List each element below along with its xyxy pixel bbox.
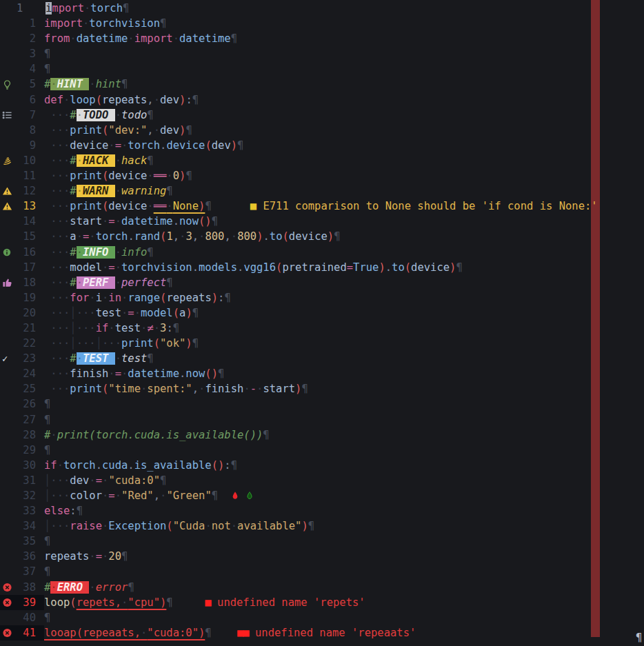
gutter-padding	[36, 199, 44, 214]
gutter-padding	[36, 260, 44, 275]
code-text[interactable]: ···print(device·══·0)¶	[44, 168, 192, 183]
code-line[interactable]: 36repeats·=·20¶	[0, 549, 644, 564]
code-line[interactable]: 37¶	[0, 564, 644, 579]
code-text[interactable]: import·torch¶	[46, 1, 129, 16]
code-line[interactable]: 18 ···#·PERF ·perfect¶	[0, 275, 644, 290]
code-line[interactable]: 5#·HINT ·hint¶	[0, 77, 644, 92]
token: ···	[44, 154, 70, 167]
code-line[interactable]: 19 ···for·i·in·range(repeats):¶	[0, 290, 644, 305]
code-line[interactable]: 13 ···print(device·══·None)¶ ■ E711 comp…	[0, 199, 644, 214]
code-line[interactable]: 12 ···#·WARN ·warning¶	[0, 183, 644, 199]
code-line[interactable]: 28#·print(torch.cuda.is_available())¶	[0, 427, 644, 443]
code-text[interactable]: ¶	[44, 46, 50, 61]
code-text[interactable]: ···finish·=·datetime.now()¶	[44, 366, 224, 381]
code-text[interactable]: loop(repets,·"cpu")¶ ■ undefined name 'r…	[44, 595, 365, 610]
code-text[interactable]: ¶	[44, 396, 50, 412]
code-line[interactable]: 1import·torch¶	[0, 1, 644, 16]
token: ·	[89, 78, 95, 90]
code-text[interactable]: ···print("dev:",·dev)¶	[44, 123, 192, 138]
code-line[interactable]: 17 ···model·=·torchvision.models.vgg16(p…	[0, 260, 644, 275]
token: ══	[154, 200, 167, 212]
code-text[interactable]: ¶	[44, 564, 50, 579]
line-number: 25	[15, 381, 36, 396]
code-line[interactable]: 22 ···│···│···print("ok")¶	[0, 336, 644, 351]
code-line[interactable]: 30if·torch.cuda.is_available():¶	[0, 458, 644, 473]
code-text[interactable]: #·ERRO ·error¶	[44, 580, 134, 595]
token: print	[121, 337, 154, 350]
code-line[interactable]: 26¶	[0, 396, 644, 412]
sign-column	[0, 427, 15, 443]
code-text[interactable]: │···color·=·"Red",·"Green"¶	[44, 488, 254, 503]
code-line[interactable]: 1import·torchvision¶	[0, 16, 644, 31]
code-text[interactable]: ···│···test·=·model(a)¶	[44, 305, 199, 321]
code-line[interactable]: 10 ···#·HACK ·hack¶	[0, 153, 644, 168]
code-text[interactable]: repeats·=·20¶	[44, 549, 128, 564]
code-line[interactable]: 39loop(repets,·"cpu")¶ ■ undefined name …	[0, 595, 644, 610]
code-line[interactable]: 7 ···#·TODO ·todo¶	[0, 108, 644, 123]
code-line[interactable]: 29¶	[0, 443, 644, 458]
token: =	[108, 215, 114, 228]
code-text[interactable]: import·torchvision¶	[44, 16, 166, 31]
code-text[interactable]: ···#·HACK ·hack¶	[44, 153, 154, 168]
code-line[interactable]: 27¶	[0, 412, 644, 427]
code-line[interactable]: 9 ···device·=·torch.device(dev)¶	[0, 138, 644, 153]
code-text[interactable]: ···#·TEST ·test¶	[44, 351, 154, 366]
line-number: 1	[15, 16, 36, 31]
gutter-padding	[36, 275, 44, 290]
code-line[interactable]: 2from·datetime·import·datetime¶	[0, 31, 644, 46]
code-line[interactable]: 24 ···finish·=·datetime.now()¶	[0, 366, 644, 381]
code-text[interactable]: ···#·TODO ·todo¶	[44, 108, 154, 123]
code-text[interactable]: ···device·=·torch.device(dev)¶	[44, 138, 243, 153]
token: #	[70, 276, 76, 289]
code-text[interactable]: ¶	[44, 412, 50, 427]
code-line[interactable]: 38#·ERRO ·error¶	[0, 580, 644, 595]
code-line[interactable]: 20 ···│···test·=·model(a)¶	[0, 305, 644, 321]
code-text[interactable]: ···print(device·══·None)¶ ■ E711 compari…	[44, 199, 598, 214]
code-text[interactable]: from·datetime·import·datetime¶	[44, 31, 237, 46]
code-text[interactable]: ···#·INFO ·info¶	[44, 245, 154, 260]
code-line[interactable]: 3¶	[0, 46, 644, 61]
code-line[interactable]: 14 ···start·=·datetime.now()¶	[0, 214, 644, 229]
token: #	[44, 78, 50, 90]
code-line[interactable]: 15 ···a·=·torch.rand(1,·3,·800,·800).to(…	[0, 229, 644, 244]
code-line[interactable]: 40¶	[0, 610, 644, 625]
code-text[interactable]: #·print(torch.cuda.is_available())¶	[44, 427, 270, 443]
code-line[interactable]: 21 ···│···if·test·≠·3:¶	[0, 321, 644, 336]
code-text[interactable]: ···for·i·in·range(repeats):¶	[44, 290, 231, 305]
code-text[interactable]: ¶	[44, 534, 50, 549]
code-line[interactable]: 35¶	[0, 534, 644, 549]
code-line[interactable]: 16 ···#·INFO ·info¶	[0, 245, 644, 260]
code-line[interactable]: 31│···dev·=·"cuda:0"¶	[0, 473, 644, 488]
code-text[interactable]: if·torch.cuda.is_available():¶	[44, 458, 237, 473]
code-line[interactable]: 6def·loop(repeats,·dev):¶	[0, 92, 644, 108]
code-text[interactable]: ···#·WARN ·warning¶	[44, 183, 173, 199]
token: to	[392, 261, 405, 274]
code-text[interactable]: ···│···if·test·≠·3:¶	[44, 321, 179, 336]
code-line[interactable]: 4¶	[0, 61, 644, 77]
code-line[interactable]: 33else:¶	[0, 503, 644, 518]
code-line[interactable]: 34│···raise·Exception("Cuda·not·availabl…	[0, 518, 644, 534]
code-text[interactable]: ···#·PERF ·perfect¶	[44, 275, 173, 290]
code-line[interactable]: 41looap(repeaats,·"cuda:0")¶ ■■ undefine…	[0, 625, 644, 640]
code-text[interactable]: ¶	[44, 61, 50, 77]
code-text[interactable]: else:¶	[44, 503, 83, 518]
code-text[interactable]: #·HINT ·hint¶	[44, 77, 128, 92]
code-text[interactable]: looap(repeaats,·"cuda:0")¶ ■■ undefined …	[44, 625, 416, 640]
code-line[interactable]: 32│···color·=·"Red",·"Green"¶	[0, 488, 644, 503]
code-text[interactable]: │···dev·=·"cuda:0"¶	[44, 473, 166, 488]
code-text[interactable]: ¶	[44, 610, 50, 625]
code-text[interactable]: ···model·=·torchvision.models.vgg16(pret…	[44, 260, 463, 275]
code-text[interactable]: ···start·=·datetime.now()¶	[44, 214, 218, 229]
code-line[interactable]: 11 ···print(device·══·0)¶	[0, 168, 644, 183]
code-line[interactable]: 8 ···print("dev:",·dev)¶	[0, 123, 644, 138]
code-text[interactable]: ¶	[44, 443, 50, 458]
editor-buffer[interactable]: 1import·torch¶1import·torchvision¶2from·…	[0, 1, 644, 640]
code-text[interactable]: def·loop(repeats,·dev):¶	[44, 92, 199, 108]
code-line[interactable]: 25 ···print("time·spent:",·finish·-·star…	[0, 381, 644, 396]
code-line[interactable]: ✓23 ···#·TEST ·test¶	[0, 351, 644, 366]
token: torch	[128, 139, 160, 152]
code-text[interactable]: ···│···│···print("ok")¶	[44, 336, 199, 351]
code-text[interactable]: ···print("time·spent:",·finish·-·start)¶	[44, 381, 308, 396]
code-text[interactable]: │···raise·Exception("Cuda·not·available"…	[44, 518, 314, 534]
code-text[interactable]: ···a·=·torch.rand(1,·3,·800,·800).to(dev…	[44, 229, 341, 244]
